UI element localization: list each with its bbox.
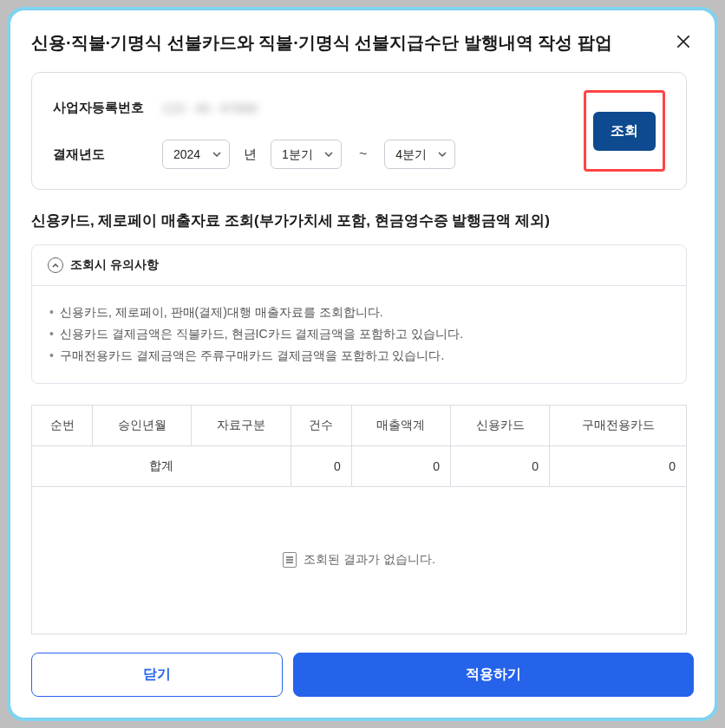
table-sum-row: 합계 0 0 0 0 — [32, 445, 687, 486]
sum-purchase: 0 — [550, 445, 687, 486]
notice-box: 조회시 유의사항 신용카드, 제로페이, 판매(결제)대행 매출자료를 조회합니… — [31, 244, 687, 384]
notice-item: 신용카드 결제금액은 직불카드, 현금IC카드 결제금액을 포함하고 있습니다. — [49, 323, 669, 345]
bizno-value: 123 - 45 - 67890 — [162, 101, 258, 115]
chevron-up-circle-icon — [48, 257, 63, 273]
close-button[interactable]: 닫기 — [31, 653, 283, 697]
year-unit: 년 — [244, 146, 257, 163]
lookup-button[interactable]: 조회 — [593, 112, 656, 151]
th-credit-card: 신용카드 — [450, 405, 549, 445]
empty-results: 조회된 결과가 없습니다. — [31, 487, 687, 634]
th-approval-month: 승인년월 — [93, 405, 192, 445]
th-count: 건수 — [291, 405, 351, 445]
apply-button[interactable]: 적용하기 — [293, 653, 694, 697]
sum-label: 합계 — [32, 445, 291, 486]
section1-title: 신용카드, 제로페이 매출자료 조회(부가가치세 포함, 현금영수증 발행금액 … — [31, 211, 687, 231]
quarter-to-select[interactable]: 4분기 — [384, 140, 455, 169]
results-table: 순번 승인년월 자료구분 건수 매출액계 신용카드 구매전용카드 합계 0 0 — [31, 405, 687, 487]
notice-toggle[interactable]: 조회시 유의사항 — [32, 245, 686, 286]
th-seq: 순번 — [32, 405, 93, 445]
notice-item: 신용카드, 제로페이, 판매(결제)대행 매출자료를 조회합니다. — [49, 302, 669, 323]
close-icon — [675, 33, 692, 50]
year-label: 결재년도 — [53, 146, 148, 163]
sum-count: 0 — [291, 445, 351, 486]
sum-credit: 0 — [450, 445, 549, 486]
empty-message: 조회된 결과가 없습니다. — [304, 552, 435, 568]
notice-title: 조회시 유의사항 — [70, 257, 159, 273]
quarter-from-select[interactable]: 1분기 — [271, 140, 342, 169]
notice-item: 구매전용카드 결제금액은 주류구매카드 결제금액을 포함하고 있습니다. — [49, 345, 669, 367]
popup-modal: 신용·직불·기명식 선불카드와 직불·기명식 선불지급수단 발행내역 작성 팝업… — [7, 7, 718, 721]
close-icon-button[interactable] — [673, 31, 694, 52]
range-tilde: ~ — [359, 146, 367, 162]
sum-total: 0 — [351, 445, 450, 486]
search-panel: 사업자등록번호 123 - 45 - 67890 결재년도 2024 — [31, 72, 687, 190]
year-select[interactable]: 2024 — [162, 140, 230, 169]
document-icon — [283, 552, 297, 568]
bizno-label: 사업자등록번호 — [53, 100, 148, 116]
modal-title: 신용·직불·기명식 선불카드와 직불·기명식 선불지급수단 발행내역 작성 팝업 — [31, 31, 612, 55]
th-sales-total: 매출액계 — [351, 405, 450, 445]
lookup-highlight: 조회 — [584, 90, 665, 172]
th-data-type: 자료구분 — [192, 405, 291, 445]
th-purchase-card: 구매전용카드 — [550, 405, 687, 445]
